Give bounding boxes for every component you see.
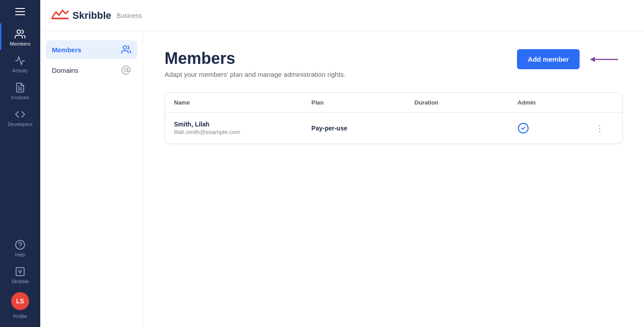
member-name: Smith, Lilah bbox=[174, 121, 311, 128]
more-options-button[interactable]: ⋮ bbox=[593, 121, 606, 135]
col-plan: Plan bbox=[311, 99, 415, 106]
hamburger-button[interactable] bbox=[0, 0, 40, 23]
at-icon bbox=[121, 65, 131, 75]
sidebar-item-activity[interactable]: Activity bbox=[0, 50, 40, 77]
member-email: lilah.smith@example.com bbox=[174, 129, 311, 135]
page-subtitle: Adapt your members' plan and manage admi… bbox=[165, 71, 346, 78]
svg-point-8 bbox=[124, 68, 127, 71]
developers-icon bbox=[15, 109, 25, 120]
page-header-text: Members Adapt your members' plan and man… bbox=[165, 49, 346, 78]
table-header: Name Plan Duration Admin bbox=[165, 93, 622, 113]
sidebar-item-developers[interactable]: Developers bbox=[0, 104, 40, 130]
sidebar-item-developers-label: Developers bbox=[8, 122, 33, 127]
topbar: Skribble Business bbox=[40, 0, 644, 31]
sidebar-item-help[interactable]: Help bbox=[0, 234, 40, 261]
svg-point-0 bbox=[17, 30, 21, 34]
brand-suffix: Business bbox=[117, 12, 142, 19]
sidebar-item-skribble[interactable]: Skribble bbox=[0, 261, 40, 288]
sub-nav-domains[interactable]: Domains bbox=[46, 61, 137, 80]
logo: Skribble Business bbox=[51, 8, 142, 23]
profile-label: Profile bbox=[13, 314, 27, 319]
arrow-annotation bbox=[587, 54, 623, 65]
members-table: Name Plan Duration Admin Smith, Lilah li… bbox=[165, 92, 623, 144]
svg-point-7 bbox=[123, 46, 127, 49]
col-duration: Duration bbox=[415, 99, 518, 106]
col-name: Name bbox=[174, 99, 311, 106]
arrow-icon bbox=[587, 54, 623, 65]
row-actions: ⋮ bbox=[586, 121, 613, 135]
sidebar-item-members[interactable]: Members bbox=[0, 23, 40, 50]
member-name-cell: Smith, Lilah lilah.smith@example.com bbox=[174, 121, 311, 135]
sidebar-item-members-label: Members bbox=[10, 41, 30, 46]
sidebar-bottom: Help Skribble LS Profile bbox=[0, 234, 40, 327]
col-actions bbox=[586, 99, 613, 106]
skribble-nav-icon bbox=[15, 266, 25, 277]
header-actions: Add member bbox=[517, 49, 623, 69]
invoices-icon bbox=[15, 82, 25, 93]
sidebar-item-invoices[interactable]: Invoices bbox=[0, 77, 40, 104]
sub-nav-members-label: Members bbox=[52, 46, 81, 54]
main-content: Skribble Business Members Domains bbox=[40, 0, 644, 327]
content-wrapper: Members Domains Members bbox=[40, 31, 644, 327]
sidebar-item-help-label: Help bbox=[15, 252, 25, 257]
help-icon bbox=[15, 239, 25, 250]
page-area: Members Adapt your members' plan and man… bbox=[143, 31, 644, 327]
sub-nav-domains-label: Domains bbox=[52, 67, 78, 74]
col-admin: Admin bbox=[517, 99, 586, 106]
page-title: Members bbox=[165, 49, 346, 68]
admin-check bbox=[517, 122, 586, 134]
logo-icon bbox=[51, 8, 69, 23]
checkmark-icon bbox=[517, 122, 529, 134]
brand-name: Skribble bbox=[72, 10, 111, 21]
activity-icon bbox=[15, 55, 25, 66]
table-row: Smith, Lilah lilah.smith@example.com Pay… bbox=[165, 113, 622, 143]
sidebar-item-invoices-label: Invoices bbox=[11, 95, 29, 100]
svg-marker-10 bbox=[590, 57, 595, 62]
sidebar: Members Activity Invoices bbox=[0, 0, 40, 327]
member-plan: Pay-per-use bbox=[311, 125, 415, 132]
svg-rect-5 bbox=[16, 268, 24, 276]
avatar: LS bbox=[11, 292, 29, 310]
sidebar-item-profile[interactable]: LS Profile bbox=[0, 288, 40, 323]
sub-sidebar: Members Domains bbox=[40, 31, 143, 327]
members-group-icon bbox=[121, 45, 131, 54]
hamburger-icon bbox=[15, 8, 25, 15]
sidebar-item-skribble-label: Skribble bbox=[11, 279, 29, 284]
sub-nav-members[interactable]: Members bbox=[46, 40, 137, 59]
sidebar-item-activity-label: Activity bbox=[13, 68, 28, 73]
page-header: Members Adapt your members' plan and man… bbox=[165, 49, 623, 78]
svg-rect-6 bbox=[51, 17, 69, 19]
members-icon bbox=[15, 29, 25, 39]
add-member-button[interactable]: Add member bbox=[517, 49, 580, 69]
sidebar-nav: Members Activity Invoices bbox=[0, 23, 40, 234]
